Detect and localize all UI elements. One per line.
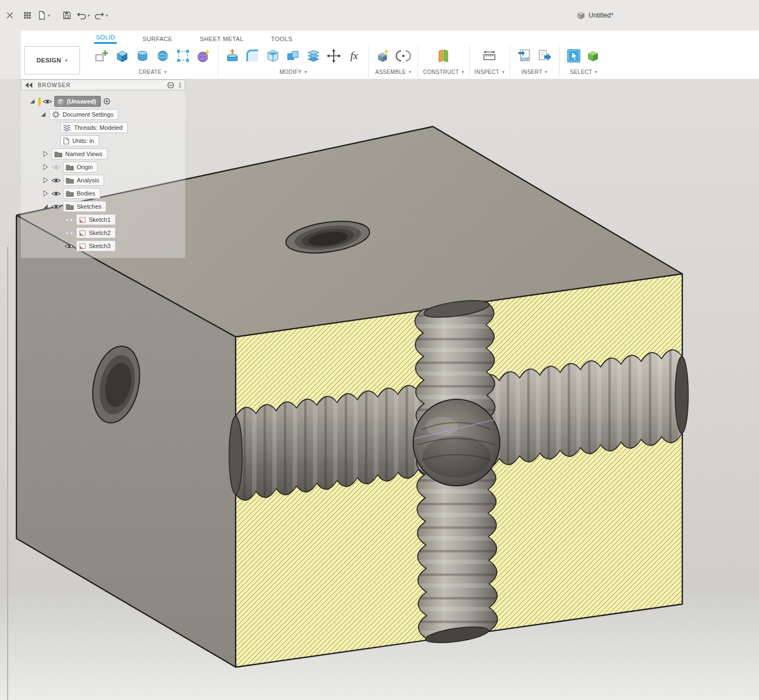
- measure-button[interactable]: [480, 47, 499, 65]
- tree-item-units[interactable]: Units: in: [60, 134, 185, 147]
- app-grid-button[interactable]: [21, 8, 34, 22]
- sketch3-chip[interactable]: Sketch3: [76, 240, 116, 251]
- new-component-button[interactable]: [374, 47, 392, 65]
- tree-item-analysis[interactable]: Analysis: [42, 174, 185, 187]
- chevron-down-icon: ▾: [502, 70, 504, 74]
- tree-item-origin[interactable]: Origin: [42, 160, 185, 174]
- pattern-icon: [175, 48, 191, 64]
- insert-derive-button[interactable]: [535, 47, 554, 65]
- insert-dxf-button[interactable]: DXF: [515, 47, 534, 65]
- shell-button[interactable]: [264, 47, 282, 65]
- file-menu-button[interactable]: ▾: [35, 8, 52, 22]
- visibility-eye-icon[interactable]: [52, 190, 61, 197]
- collapse-panel-icon[interactable]: [25, 82, 33, 88]
- analysis-chip[interactable]: Analysis: [63, 175, 104, 186]
- tree-item-sketch3[interactable]: Sketch3: [65, 239, 185, 253]
- create-sketch-button[interactable]: [93, 47, 111, 65]
- assemble-menu[interactable]: ASSEMBLE▾: [375, 69, 412, 75]
- tree-item-named-views[interactable]: Named Views: [42, 147, 185, 160]
- disclosure-expanded-icon[interactable]: [42, 203, 49, 210]
- named-views-chip[interactable]: Named Views: [52, 148, 107, 159]
- tree-item-label: (Unsaved): [67, 98, 96, 105]
- construct-menu[interactable]: CONSTRUCT▾: [423, 69, 464, 75]
- cylinder-button[interactable]: [133, 47, 152, 65]
- activate-radio-icon[interactable]: [103, 97, 111, 105]
- tree-item-sketches[interactable]: Sketches: [42, 200, 185, 213]
- modify-menu[interactable]: MODIFY▾: [279, 69, 307, 75]
- sketches-chip[interactable]: Sketches: [63, 201, 106, 212]
- disclosure-collapsed-icon[interactable]: [42, 150, 49, 158]
- select-cursor-icon: [566, 48, 581, 64]
- change-parameters-button[interactable]: fx: [345, 47, 363, 65]
- disclosure-expanded-icon[interactable]: [28, 97, 36, 105]
- tree-item-sketch2[interactable]: Sketch2: [65, 226, 185, 239]
- sketch2-chip[interactable]: Sketch2: [76, 227, 116, 238]
- inspect-menu[interactable]: INSPECT▾: [475, 69, 505, 75]
- threads-chip[interactable]: Threads: Modeled: [60, 122, 128, 133]
- insert-menu[interactable]: INSERT▾: [521, 69, 547, 75]
- visibility-eye-off-icon[interactable]: [65, 216, 74, 223]
- box-button[interactable]: [113, 47, 132, 65]
- left-scrollbar[interactable]: [7, 246, 8, 700]
- toolbar-group-create: CREATE▾: [88, 44, 218, 75]
- tab-sheet-metal[interactable]: SHEET METAL: [198, 34, 246, 44]
- select-button[interactable]: [564, 47, 583, 65]
- tree-item-label: Threads: Modeled: [74, 124, 123, 131]
- quick-access-toolbar: ▾ ▾ ▾: [21, 8, 110, 22]
- fillet-button[interactable]: [243, 47, 262, 65]
- joint-button[interactable]: [394, 47, 413, 65]
- insert-dxf-icon: DXF: [517, 48, 532, 64]
- panel-drag-handle[interactable]: [179, 82, 181, 89]
- sketch1-chip[interactable]: Sketch1: [76, 214, 116, 225]
- visibility-eye-off-icon[interactable]: [52, 164, 61, 171]
- document-tab[interactable]: Untitled*: [577, 0, 613, 31]
- assemble-group-icons: [374, 44, 413, 68]
- tab-surface[interactable]: SURFACE: [141, 34, 174, 44]
- tree-item-document-root[interactable]: (Unsaved): [28, 95, 185, 108]
- create-form-button[interactable]: [194, 47, 213, 65]
- save-button[interactable]: [60, 8, 73, 22]
- origin-chip[interactable]: Origin: [63, 162, 98, 173]
- chevron-down-icon: ▾: [106, 13, 108, 18]
- pattern-button[interactable]: [174, 47, 192, 65]
- document-title: Untitled*: [589, 12, 613, 19]
- group-label-text: MODIFY: [279, 69, 302, 75]
- disclosure-collapsed-icon[interactable]: [42, 190, 49, 197]
- visibility-eye-off-icon[interactable]: [65, 229, 74, 237]
- document-settings-chip[interactable]: Document Settings: [49, 109, 118, 120]
- offset-face-button[interactable]: [304, 47, 323, 65]
- tab-solid[interactable]: SOLID: [94, 32, 117, 44]
- chevron-down-icon: ▾: [48, 13, 50, 18]
- redo-button[interactable]: ▾: [93, 8, 110, 22]
- box-icon: [115, 48, 130, 64]
- tree-item-bodies[interactable]: Bodies: [42, 187, 185, 200]
- visibility-eye-icon[interactable]: [52, 177, 61, 184]
- select-body-button[interactable]: [585, 47, 603, 65]
- press-pull-button[interactable]: [223, 47, 242, 65]
- group-label-text: CREATE: [139, 69, 162, 75]
- tree-item-threads[interactable]: Threads: Modeled: [60, 121, 185, 134]
- document-root-chip[interactable]: (Unsaved): [54, 96, 101, 107]
- select-menu[interactable]: SELECT▾: [570, 69, 597, 75]
- tab-tools[interactable]: TOOLS: [270, 34, 294, 44]
- undo-button[interactable]: ▾: [75, 8, 92, 22]
- visibility-eye-icon[interactable]: [65, 243, 74, 250]
- disclosure-expanded-icon[interactable]: [39, 111, 47, 118]
- tree-item-document-settings[interactable]: Document Settings: [39, 108, 185, 121]
- create-menu[interactable]: CREATE▾: [139, 69, 167, 75]
- close-button[interactable]: [2, 8, 18, 23]
- units-chip[interactable]: Units: in: [60, 135, 99, 146]
- design-workspace-selector[interactable]: DESIGN ▾: [24, 46, 80, 74]
- disclosure-collapsed-icon[interactable]: [42, 163, 49, 171]
- disclosure-collapsed-icon[interactable]: [42, 176, 49, 184]
- combine-button[interactable]: [284, 47, 303, 65]
- collapse-all-icon[interactable]: [167, 82, 174, 89]
- visibility-eye-icon[interactable]: [43, 98, 52, 105]
- center-spherical-cavity[interactable]: [413, 399, 500, 486]
- sphere-button[interactable]: [153, 47, 172, 65]
- move-button[interactable]: [324, 47, 343, 65]
- tree-item-sketch1[interactable]: Sketch1: [65, 213, 185, 226]
- bodies-chip[interactable]: Bodies: [63, 188, 100, 199]
- construction-plane-button[interactable]: [434, 47, 453, 65]
- visibility-eye-icon[interactable]: [52, 203, 61, 210]
